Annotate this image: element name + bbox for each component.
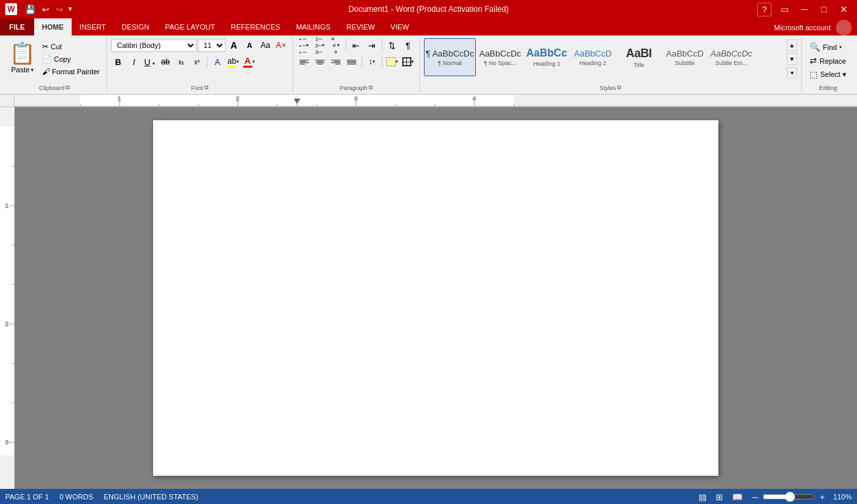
change-case-btn[interactable]: Aa — [258, 38, 273, 53]
zoom-out-btn[interactable]: ─ — [750, 492, 760, 502]
align-center-btn[interactable] — [313, 55, 327, 69]
tab-home[interactable]: HOME — [34, 18, 72, 35]
style-title[interactable]: AaBI Title — [616, 38, 661, 76]
account-avatar — [836, 20, 852, 35]
zoom-level[interactable]: 110% — [829, 493, 852, 501]
maximize-btn[interactable]: □ — [818, 3, 831, 16]
style-heading1-preview: AaBbCc — [526, 47, 567, 59]
redo-btn[interactable]: ↪ — [53, 3, 66, 16]
style-heading1[interactable]: AaBbCc Heading 1 — [524, 38, 569, 76]
font-expand-icon[interactable]: ⧉ — [204, 84, 208, 91]
bullets-btn[interactable]: • ─• ─• ─ ▾ — [297, 38, 312, 53]
style-heading2[interactable]: AaBbCcD Heading 2 — [570, 38, 615, 76]
style-no-spacing[interactable]: AaBbCcDc ¶ No Spac... — [477, 38, 523, 76]
paste-dropdown-arrow[interactable]: ▾ — [31, 67, 34, 73]
font-color-btn[interactable]: A ▾ — [242, 55, 256, 69]
align-right-btn[interactable] — [329, 55, 343, 69]
line-spacing-btn[interactable]: ↕ ▾ — [365, 55, 379, 69]
sort-btn[interactable]: ⇅ — [385, 38, 400, 53]
subscript-btn[interactable]: x₂ — [174, 55, 189, 69]
paragraph-expand-icon[interactable]: ⧉ — [369, 84, 373, 91]
doc-page[interactable] — [153, 120, 718, 476]
tab-pagelayout[interactable]: PAGE LAYOUT — [157, 18, 223, 35]
highlight-dropdown[interactable]: ▾ — [237, 59, 239, 64]
paste-button[interactable]: 📋 Paste ▾ — [7, 38, 38, 76]
bold-btn[interactable]: B — [111, 55, 126, 69]
format-painter-button[interactable]: 🖌 Format Painter — [39, 66, 103, 78]
align-left-btn[interactable] — [297, 55, 312, 69]
styles-gallery: ¶ AaBbCcDc ¶ Normal AaBbCcDc ¶ No Spac..… — [424, 38, 787, 76]
text-effects-btn[interactable]: A — [210, 55, 225, 69]
font-size-select[interactable]: 11 — [198, 39, 225, 52]
justify-btn[interactable] — [344, 55, 359, 69]
word-icon: W — [5, 3, 17, 15]
tab-insert[interactable]: INSERT — [72, 18, 114, 35]
style-normal[interactable]: ¶ AaBbCcDc ¶ Normal — [424, 38, 476, 76]
help-btn[interactable]: ? — [757, 3, 771, 16]
customize-qa-btn[interactable]: ▾ — [67, 3, 74, 16]
tab-view[interactable]: VIEW — [382, 18, 417, 35]
clipboard-expand-icon[interactable]: ⧉ — [66, 84, 70, 91]
doc-content[interactable] — [153, 120, 718, 383]
styles-scroll-up[interactable]: ▲ — [787, 39, 797, 51]
clear-format-btn[interactable]: A ✕ — [274, 38, 289, 53]
styles-expand-icon[interactable]: ⧉ — [617, 84, 621, 91]
title-bar-left: W 💾 ↩ ↪ ▾ — [5, 3, 74, 16]
minimize-btn[interactable]: ─ — [798, 3, 812, 16]
multilevel-btn[interactable]: ≡ ≡ ≡ ▾ — [329, 38, 343, 53]
view-web-btn[interactable]: ⊞ — [714, 492, 725, 503]
font-color-dropdown[interactable]: ▾ — [252, 59, 255, 64]
horizontal-ruler: 1 2 3 4 — [14, 95, 857, 106]
tab-mailings[interactable]: MAILINGS — [288, 18, 338, 35]
strikethrough-btn[interactable]: ab — [158, 55, 173, 69]
style-no-spacing-label: ¶ No Spac... — [484, 60, 516, 66]
title-bar-title: Document1 - Word (Product Activation Fai… — [348, 5, 509, 14]
paragraph-label: Paragraph — [340, 85, 367, 91]
ribbon-display-btn[interactable]: ▭ — [777, 3, 793, 16]
style-subtle-em[interactable]: AaBbCcDc Subtle Em... — [708, 38, 754, 76]
underline-dropdown[interactable]: ▾ — [152, 61, 155, 66]
decrease-indent-btn[interactable]: ⇤ — [349, 38, 363, 53]
font-grow-btn[interactable]: A — [227, 38, 241, 53]
doc-scroll[interactable] — [14, 107, 857, 489]
view-read-btn[interactable]: 📖 — [730, 492, 745, 503]
show-hide-btn[interactable]: ¶ — [401, 38, 415, 53]
tab-references[interactable]: REFERENCES — [223, 18, 288, 35]
shading-btn[interactable]: ▾ — [385, 55, 400, 69]
font-group: Calibri (Body) 11 A A Aa A ✕ B I U — [107, 37, 293, 93]
account-link[interactable]: Microsoft account — [774, 24, 831, 32]
style-subtitle[interactable]: AaBbCcD Subtitle — [662, 38, 707, 76]
close-btn[interactable]: ✕ — [836, 3, 852, 16]
view-print-btn[interactable]: ▤ — [697, 492, 708, 503]
styles-more[interactable]: ▾ — [787, 67, 797, 79]
zoom-slider[interactable] — [762, 492, 815, 502]
tab-file[interactable]: FILE — [0, 18, 34, 35]
tab-review[interactable]: REVIEW — [338, 18, 382, 35]
save-quick-btn[interactable]: 💾 — [22, 3, 38, 16]
language[interactable]: ENGLISH (UNITED STATES) — [104, 493, 198, 501]
superscript-btn[interactable]: x² — [190, 55, 204, 69]
font-shrink-btn[interactable]: A — [243, 38, 257, 53]
copy-button[interactable]: 📄 Copy — [39, 53, 103, 65]
cut-button[interactable]: ✂ Cut — [39, 41, 103, 53]
select-button[interactable]: ⬚ Select ▾ — [806, 68, 850, 81]
increase-indent-btn[interactable]: ⇥ — [365, 38, 379, 53]
style-no-spacing-preview: AaBbCcDc — [479, 49, 521, 58]
replace-button[interactable]: ⇄ Replace — [806, 55, 850, 67]
find-button[interactable]: 🔍 Find ▾ — [806, 41, 846, 53]
replace-icon: ⇄ — [810, 56, 817, 66]
font-row1: Calibri (Body) 11 A A Aa A ✕ — [111, 38, 289, 53]
borders-btn[interactable]: ▾ — [401, 55, 415, 69]
italic-btn[interactable]: I — [127, 55, 141, 69]
title-bar-controls: ? ▭ ─ □ ✕ — [757, 3, 852, 16]
find-dropdown[interactable]: ▾ — [839, 45, 842, 50]
undo-btn[interactable]: ↩ — [39, 3, 52, 16]
styles-scroll-down[interactable]: ▼ — [787, 53, 797, 65]
font-family-select[interactable]: Calibri (Body) — [111, 39, 197, 52]
para-sep4 — [382, 56, 382, 68]
highlight-btn[interactable]: ab ▾ — [226, 55, 241, 69]
zoom-in-btn[interactable]: + — [818, 492, 827, 502]
tab-design[interactable]: DESIGN — [114, 18, 157, 35]
underline-btn[interactable]: U ▾ — [143, 55, 157, 69]
numbering-btn[interactable]: 1─2─3─ ▾ — [313, 38, 327, 53]
